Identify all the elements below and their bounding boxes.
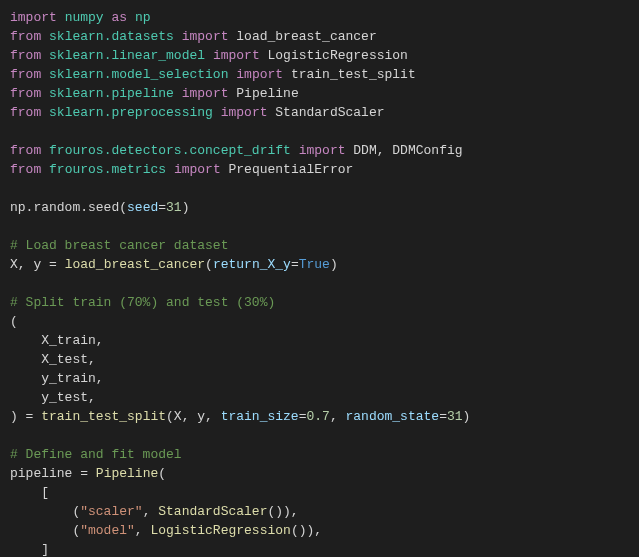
code-line: from frouros.metrics import PrequentialE… [10,162,353,177]
code-line: X, y = load_breast_cancer(return_X_y=Tru… [10,257,338,272]
code-line: from sklearn.datasets import load_breast… [10,29,377,44]
code-line: ( [10,314,18,329]
comment-line: # Split train (70%) and test (30%) [10,295,275,310]
code-line: X_test, [10,352,96,367]
code-line: y_test, [10,390,96,405]
code-line: X_train, [10,333,104,348]
code-line: np.random.seed(seed=31) [10,200,189,215]
code-line: [ [10,485,49,500]
code-line: ("model", LogisticRegression()), [10,523,322,538]
code-line: from frouros.detectors.concept_drift imp… [10,143,463,158]
code-block: import numpy as np from sklearn.datasets… [0,0,639,557]
code-line: ) = train_test_split(X, y, train_size=0.… [10,409,470,424]
code-line: y_train, [10,371,104,386]
code-line: ("scaler", StandardScaler()), [10,504,299,519]
code-line: from sklearn.pipeline import Pipeline [10,86,299,101]
code-line: ] [10,542,49,557]
code-line: from sklearn.preprocessing import Standa… [10,105,385,120]
code-line: from sklearn.model_selection import trai… [10,67,416,82]
code-line: from sklearn.linear_model import Logisti… [10,48,408,63]
code-line: pipeline = Pipeline( [10,466,166,481]
comment-line: # Load breast cancer dataset [10,238,228,253]
code-line: import numpy as np [10,10,150,25]
comment-line: # Define and fit model [10,447,182,462]
